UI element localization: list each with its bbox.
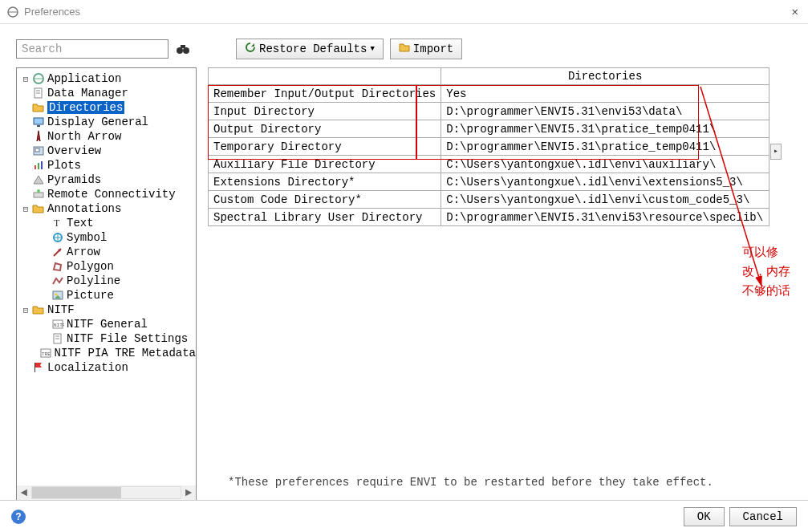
svg-point-23 <box>55 294 58 296</box>
property-value[interactable]: C:\Users\yantongxue\.idl\envi\extensions… <box>441 173 769 191</box>
tree-item-label: NITF General <box>67 318 148 331</box>
tree-item-arrow[interactable]: Arrow <box>17 245 196 259</box>
browse-button[interactable]: ▸ <box>770 144 782 160</box>
svg-rect-11 <box>35 148 39 152</box>
tree-item-text[interactable]: TText <box>17 216 196 230</box>
property-row: Auxiliary File DirectoryC:\Users\yantong… <box>209 156 769 173</box>
svg-rect-14 <box>41 161 43 169</box>
property-row: Extensions Directory*C:\Users\yantongxue… <box>209 173 769 191</box>
svg-rect-13 <box>38 163 39 169</box>
picture-icon <box>51 289 65 302</box>
text-icon: T <box>51 217 65 229</box>
tree-item-label: Directories <box>47 101 124 114</box>
tree-item-nitf-general[interactable]: NITFNITF General <box>17 317 196 331</box>
scroll-right-icon[interactable]: ► <box>181 486 196 499</box>
tree-item-label: Text <box>67 217 94 229</box>
tree-item-plots[interactable]: Plots <box>17 158 196 173</box>
tree-scrollbar[interactable]: ◄ ► <box>17 485 196 500</box>
window-title: Preferences <box>24 6 789 18</box>
tree-expander-icon[interactable]: ⊟ <box>20 74 31 84</box>
svg-point-1 <box>177 47 183 54</box>
cancel-button[interactable]: Cancel <box>729 507 797 526</box>
tree-expander-icon[interactable]: ⊟ <box>20 204 31 214</box>
properties-grid: Directories Remember Input/Output Direct… <box>208 67 769 226</box>
import-label: Import <box>413 43 453 55</box>
property-label: Auxiliary File Directory <box>209 156 441 173</box>
tree-item-north-arrow[interactable]: North Arrow <box>17 129 196 144</box>
tree-item-annotations[interactable]: ⊟Annotations <box>17 201 196 216</box>
ok-button[interactable]: OK <box>684 507 725 526</box>
restore-defaults-button[interactable]: Restore Defaults ▼ <box>236 39 384 59</box>
tree-item-label: Arrow <box>67 246 100 258</box>
annotation-text: 可以修改，内存不够的话 <box>742 242 798 300</box>
tree-item-label: Remote Connectivity <box>47 188 176 201</box>
toolbar: Restore Defaults ▼ Import <box>0 24 808 67</box>
binoculars-icon[interactable] <box>175 41 191 57</box>
tree-item-directories[interactable]: Directories <box>17 100 196 115</box>
close-icon[interactable]: ✕ <box>789 5 802 18</box>
svg-rect-9 <box>37 125 40 127</box>
property-value[interactable]: D:\programmer\ENVI5.31\pratice_temp0411\ <box>441 120 769 138</box>
svg-point-16 <box>37 189 40 193</box>
tree-item-overview[interactable]: Overview <box>17 144 196 158</box>
svg-rect-8 <box>34 118 43 124</box>
property-row: Spectral Library User DirectoryD:\progra… <box>209 209 769 226</box>
property-row: Remember Input/Output DirectoriesYes <box>209 85 769 103</box>
restore-defaults-label: Restore Defaults <box>259 43 367 55</box>
property-value[interactable]: D:\programmer\ENVI5.31\envi53\data\ <box>441 103 769 120</box>
scroll-left-icon[interactable]: ◄ <box>17 486 31 499</box>
dialog-buttons: ? OK Cancel <box>0 500 808 532</box>
tree-item-nitf-pia-tre-metadata[interactable]: TRENITF PIA TRE Metadata <box>17 346 196 360</box>
tree-item-label: Symbol <box>67 231 107 244</box>
tree-item-label: Application <box>47 72 121 85</box>
property-label: Custom Code Directory* <box>209 191 441 209</box>
compass-icon <box>31 130 46 143</box>
folder-icon <box>399 43 410 55</box>
tree-item-remote-connectivity[interactable]: Remote Connectivity <box>17 187 196 201</box>
tree-item-label: Overview <box>47 144 101 157</box>
tree-item-picture[interactable]: Picture <box>17 288 196 303</box>
help-icon[interactable]: ? <box>11 510 26 524</box>
property-value[interactable]: D:\programmer\ENVI5.31\envi53\resource\s… <box>441 209 769 226</box>
doc-icon <box>31 87 46 99</box>
tree-item-polyline[interactable]: Polyline <box>17 274 196 288</box>
polygon-icon <box>51 260 65 273</box>
tree-item-application[interactable]: ⊟Application <box>17 71 196 86</box>
tree-item-polygon[interactable]: Polygon <box>17 259 196 274</box>
property-value[interactable]: C:\Users\yantongxue\.idl\envi\auxiliary\ <box>441 156 769 173</box>
property-value[interactable]: D:\programmer\ENVI5.31\pratice_temp0411\ <box>441 138 769 156</box>
tree-item-label: Data Manager <box>47 87 128 99</box>
svg-rect-3 <box>181 45 185 48</box>
property-value[interactable]: Yes <box>441 85 769 103</box>
tree-expander-icon[interactable]: ⊟ <box>20 305 31 315</box>
property-label: Extensions Directory* <box>209 173 441 191</box>
tree-item-label: Localization <box>47 361 128 374</box>
tree-item-display-general[interactable]: Display General <box>17 115 196 129</box>
tree-item-localization[interactable]: Localization <box>17 360 196 375</box>
tree-item-symbol[interactable]: Symbol <box>17 230 196 245</box>
tree-item-label: Polyline <box>67 274 120 287</box>
property-row: Output DirectoryD:\programmer\ENVI5.31\p… <box>209 120 769 138</box>
tree-item-pyramids[interactable]: Pyramids <box>17 173 196 187</box>
tree-item-label: Display General <box>47 116 148 128</box>
property-value[interactable]: C:\Users\yantongxue\.idl\envi\custom_cod… <box>441 191 769 209</box>
tree-item-label: Pyramids <box>47 173 101 186</box>
pyramid-icon <box>31 173 46 186</box>
doc-icon <box>51 332 65 345</box>
category-tree[interactable]: ⊟ApplicationData ManagerDirectoriesDispl… <box>16 67 197 501</box>
flag-icon <box>31 361 46 374</box>
folder-open-icon <box>31 303 46 316</box>
folder-open-icon <box>31 202 46 215</box>
titlebar: Preferences ✕ <box>0 0 808 24</box>
remote-icon <box>31 188 46 201</box>
svg-text:NITF: NITF <box>54 323 64 328</box>
tree-item-nitf[interactable]: ⊟NITF <box>17 303 196 317</box>
import-button[interactable]: Import <box>390 39 462 59</box>
tree-item-label: Annotations <box>47 202 121 215</box>
tree-item-nitf-file-settings[interactable]: NITF File Settings <box>17 331 196 346</box>
search-input[interactable] <box>16 39 169 59</box>
tree-item-data-manager[interactable]: Data Manager <box>17 86 196 100</box>
symbol-icon <box>51 231 65 244</box>
property-row: Input DirectoryD:\programmer\ENVI5.31\en… <box>209 103 769 120</box>
property-label: Input Directory <box>209 103 441 120</box>
